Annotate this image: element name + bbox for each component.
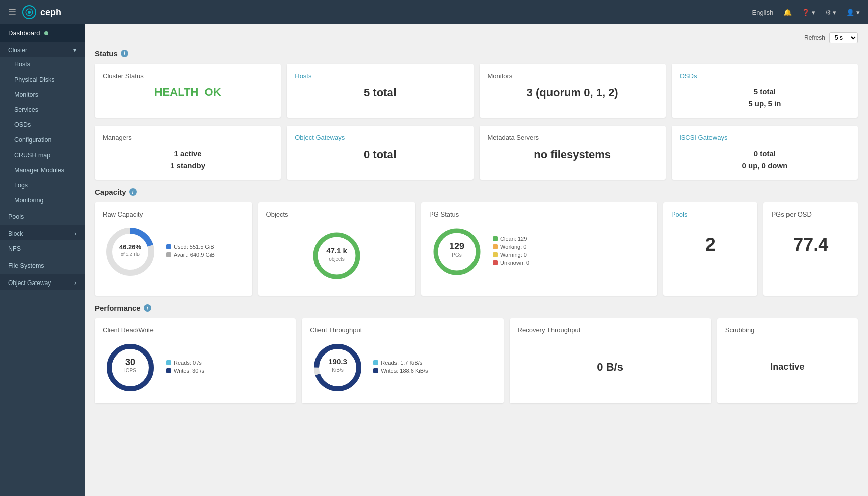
sidebar-item-monitoring[interactable]: Monitoring — [0, 193, 85, 208]
sidebar-item-physical-disks[interactable]: Physical Disks — [0, 72, 85, 87]
svg-text:objects: objects — [329, 256, 345, 262]
status-header: Status i — [95, 49, 858, 58]
objects-card: Objects 47.1 k objects — [258, 202, 416, 296]
t-reads-item: Reads: 1.7 KiB/s — [373, 360, 428, 366]
help-icon[interactable]: ❓ ▾ — [802, 9, 815, 16]
used-dot — [166, 244, 171, 249]
gear-icon[interactable]: ⚙ ▾ — [825, 9, 837, 16]
pg-status-card: PG Status 129 PGs Clean: 129 — [421, 202, 657, 296]
objects-donut: 47.1 k objects — [309, 228, 364, 284]
performance-grid: Client Read/Write 30 IOPS Reads: 0 /s — [95, 318, 858, 403]
sidebar-item-nfs[interactable]: NFS — [0, 240, 85, 257]
managers-card: Managers 1 active 1 standby — [95, 126, 281, 180]
throughput-legend: Reads: 1.7 KiB/s Writes: 188.6 KiB/s — [373, 360, 428, 376]
reads-item: Reads: 0 /s — [166, 360, 204, 366]
cluster-label: Cluster — [8, 47, 27, 54]
capacity-info-icon[interactable]: i — [129, 188, 137, 196]
sidebar-item-pools[interactable]: Pools — [0, 208, 85, 225]
chevron-down-icon: ▾ — [73, 47, 76, 54]
metadata-servers-value: no filesystems — [534, 148, 611, 161]
pgs-per-osd-value: 77.4 — [771, 224, 850, 265]
pg-working-label: Working: 0 — [500, 244, 526, 250]
sidebar-item-hosts[interactable]: Hosts — [0, 57, 85, 72]
sidebar-item-osds[interactable]: OSDs — [0, 117, 85, 132]
pgs-per-osd-card: PGs per OSD 77.4 — [763, 202, 858, 296]
svg-point-1 — [28, 11, 31, 14]
object-gateway-label: Object Gateway — [8, 279, 51, 287]
writes-dot — [166, 368, 171, 373]
raw-used-label: Used: 551.5 GiB — [174, 244, 214, 250]
object-gateways-title[interactable]: Object Gateways — [295, 134, 465, 141]
topnav-right: English 🔔 ❓ ▾ ⚙ ▾ 👤 ▾ — [752, 9, 860, 16]
osds-line2: 5 up, 5 in — [680, 98, 850, 110]
pools-title[interactable]: Pools — [671, 210, 750, 218]
user-icon[interactable]: 👤 ▾ — [846, 9, 860, 16]
metadata-servers-title: Metadata Servers — [488, 134, 658, 141]
sidebar-item-monitors[interactable]: Monitors — [0, 87, 85, 102]
refresh-select[interactable]: 5 s 10 s 30 s 60 s — [829, 32, 858, 43]
status-cards-row2: Managers 1 active 1 standby Object Gatew… — [95, 126, 858, 180]
reads-dot — [166, 360, 171, 365]
sidebar-block-header[interactable]: Block › — [0, 225, 85, 240]
object-gateways-value: 0 total — [364, 148, 397, 161]
pg-unknown-label: Unknown: 0 — [500, 260, 529, 266]
hosts-title[interactable]: Hosts — [295, 72, 465, 80]
sidebar-dashboard[interactable]: Dashboard — [0, 24, 85, 42]
sidebar-item-filesystems[interactable]: File Systems — [0, 257, 85, 274]
objects-donut-wrapper: 47.1 k objects — [266, 224, 408, 288]
client-rw-donut-container: 30 IOPS Reads: 0 /s Writes: 30 /s — [103, 340, 288, 395]
unknown-dot — [493, 260, 498, 265]
throughput-donut-container: 190.3 KiB/s Reads: 1.7 KiB/s Writes: 188… — [310, 340, 495, 395]
capacity-grid: Raw Capacity 46.26% of 1.2 TiB Used: 551… — [95, 202, 858, 296]
topnav-left: ☰ ceph — [8, 5, 61, 19]
iscsi-gateways-title[interactable]: iSCSI Gateways — [680, 134, 850, 141]
sidebar-item-services[interactable]: Services — [0, 102, 85, 117]
sidebar-item-logs[interactable]: Logs — [0, 178, 85, 193]
svg-text:129: 129 — [449, 241, 464, 251]
sidebar-object-gateway-header[interactable]: Object Gateway › — [0, 274, 85, 290]
bell-icon[interactable]: 🔔 — [783, 9, 792, 16]
language-selector[interactable]: English — [752, 9, 773, 16]
main-content: Refresh 5 s 10 s 30 s 60 s Status i Clus… — [85, 24, 868, 496]
throughput-title: Client Throughput — [310, 326, 495, 334]
t-writes-item: Writes: 188.6 KiB/s — [373, 368, 428, 374]
client-rw-card: Client Read/Write 30 IOPS Reads: 0 /s — [95, 318, 296, 403]
osds-title[interactable]: OSDs — [680, 72, 850, 80]
menu-icon[interactable]: ☰ — [8, 7, 16, 18]
refresh-bar: Refresh 5 s 10 s 30 s 60 s — [95, 32, 858, 43]
sidebar-item-crush-map[interactable]: CRUSH map — [0, 148, 85, 163]
managers-line2: 1 standby — [103, 160, 273, 172]
recovery-card: Recovery Throughput 0 B/s — [510, 318, 711, 403]
iscsi-line1: 0 total — [680, 148, 850, 160]
managers-line1: 1 active — [103, 148, 273, 160]
status-info-icon[interactable]: i — [121, 50, 128, 57]
metadata-servers-card: Metadata Servers no filesystems — [480, 126, 666, 180]
t-reads-dot — [373, 360, 378, 365]
raw-capacity-donut-container: 46.26% of 1.2 TiB Used: 551.5 GiB Avail.… — [103, 224, 244, 279]
svg-text:PGs: PGs — [452, 252, 461, 258]
sidebar-item-configuration[interactable]: Configuration — [0, 132, 85, 148]
raw-capacity-legend: Used: 551.5 GiB Avail.: 640.9 GiB — [166, 244, 215, 260]
status-cards-row1: Cluster Status HEALTH_OK Hosts 5 total M… — [95, 64, 858, 118]
raw-avail-item: Avail.: 640.9 GiB — [166, 252, 215, 258]
cluster-status-title: Cluster Status — [103, 72, 273, 80]
capacity-title: Capacity — [95, 188, 126, 196]
svg-text:of 1.2 TiB: of 1.2 TiB — [121, 252, 140, 257]
refresh-label: Refresh — [804, 34, 825, 41]
pg-warning-label: Warning: 0 — [500, 252, 527, 258]
working-dot — [493, 244, 498, 249]
clean-dot — [493, 236, 498, 241]
cluster-status-card: Cluster Status HEALTH_OK — [95, 64, 281, 118]
sidebar-cluster-header[interactable]: Cluster ▾ — [0, 42, 85, 57]
performance-info-icon[interactable]: i — [144, 304, 151, 312]
scrubbing-value: Inactive — [770, 362, 804, 372]
pg-clean-item: Clean: 129 — [493, 236, 529, 242]
svg-point-9 — [436, 231, 478, 273]
throughput-card: Client Throughput 190.3 KiB/s Reads: 1.7… — [302, 318, 503, 403]
sidebar-item-manager-modules[interactable]: Manager Modules — [0, 163, 85, 178]
svg-text:47.1 k: 47.1 k — [326, 246, 347, 255]
cluster-status-value: HEALTH_OK — [154, 86, 221, 98]
client-rw-donut: 30 IOPS — [103, 340, 158, 395]
iscsi-gateways-card: iSCSI Gateways 0 total 0 up, 0 down — [672, 126, 858, 180]
scrubbing-title: Scrubbing — [725, 326, 850, 334]
